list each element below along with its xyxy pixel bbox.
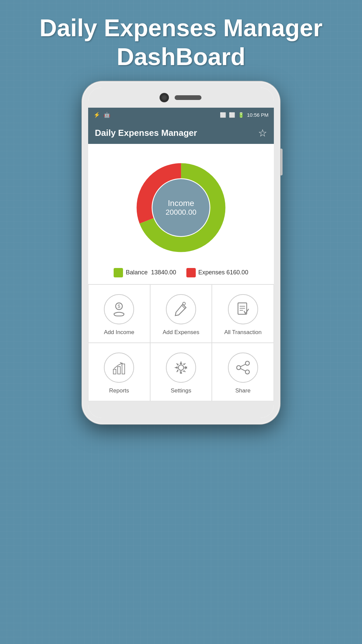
share-label: Share [235,387,250,394]
add-expenses-button[interactable]: Add Expenses [150,284,212,343]
settings-button[interactable]: Settings [150,343,212,401]
all-transaction-icon-circle [228,294,258,324]
income-label: Income [166,199,196,208]
status-right: ⬜ ⬜ 🔋 10:56 PM [220,112,268,118]
phone-screen: ⚡ 🤖 ⬜ ⬜ 🔋 10:56 PM Daily Expenses Manage… [88,88,274,418]
time-display: 10:56 PM [247,112,268,118]
chart-area: Income 20000.00 Balance 13840.00 Expense… [88,144,274,284]
reports-button[interactable]: Reports [88,343,150,401]
add-income-button[interactable]: $ Add Income [88,284,150,343]
expenses-color-box [186,268,196,277]
settings-icon-circle [166,353,196,383]
add-income-icon-circle: $ [104,294,134,324]
add-income-label: Add Income [104,329,134,336]
app-bar: Daily Expenses Manager ☆ [88,122,274,144]
status-bar: ⚡ 🤖 ⬜ ⬜ 🔋 10:56 PM [88,108,274,122]
svg-point-2 [183,302,185,305]
donut-center-label: Income 20000.00 [166,199,196,217]
app-bar-title: Daily Expenses Manager [95,128,197,138]
svg-point-14 [237,366,241,370]
svg-text:$: $ [118,304,120,309]
svg-rect-9 [122,364,125,374]
svg-point-13 [245,370,249,374]
svg-rect-7 [113,369,116,374]
reports-icon [111,359,127,376]
settings-label: Settings [171,387,191,394]
android-icon: 🤖 [104,112,110,118]
all-transaction-label: All Transaction [224,329,262,336]
share-button[interactable]: Share [212,343,274,401]
button-grid: $ Add Income Add Expense [88,284,274,401]
camera [161,94,168,101]
svg-line-16 [241,369,245,371]
background-title: Daily Expenses Manager DashBoard [40,13,322,71]
add-expenses-label: Add Expenses [163,329,199,336]
share-icon-circle [228,353,258,383]
donut-chart: Income 20000.00 [127,154,235,261]
settings-icon [173,359,189,376]
status-left: ⚡ 🤖 [94,112,110,118]
usb-icon: ⚡ [94,112,100,118]
svg-point-12 [245,361,249,365]
star-icon[interactable]: ☆ [258,127,267,139]
signal-icon1: ⬜ [220,112,226,118]
balance-legend-item: Balance 13840.00 [114,268,176,277]
add-expenses-icon-circle [166,294,196,324]
svg-point-10 [178,365,184,370]
balance-legend-text: Balance 13840.00 [126,269,176,276]
reports-icon-circle [104,353,134,383]
signal-icon2: ⬜ [229,112,235,118]
phone-bottom [88,401,274,418]
phone-mockup: ⚡ 🤖 ⬜ ⬜ 🔋 10:56 PM Daily Expenses Manage… [82,82,280,424]
expenses-legend-text: Expenses 6160.00 [198,269,248,276]
svg-line-15 [241,364,245,367]
battery-icon: 🔋 [238,112,244,118]
share-icon [235,359,251,376]
all-transaction-button[interactable]: All Transaction [212,284,274,343]
add-income-icon: $ [111,301,127,318]
income-value: 20000.00 [166,208,196,217]
all-transaction-icon [235,301,251,318]
phone-top-bar [88,88,274,108]
balance-color-box [114,268,123,277]
add-expenses-icon [173,301,189,318]
expenses-legend-item: Expenses 6160.00 [186,268,248,277]
svg-rect-8 [118,367,120,374]
reports-label: Reports [109,387,129,394]
speaker [175,95,201,100]
chart-legend: Balance 13840.00 Expenses 6160.00 [114,268,248,277]
